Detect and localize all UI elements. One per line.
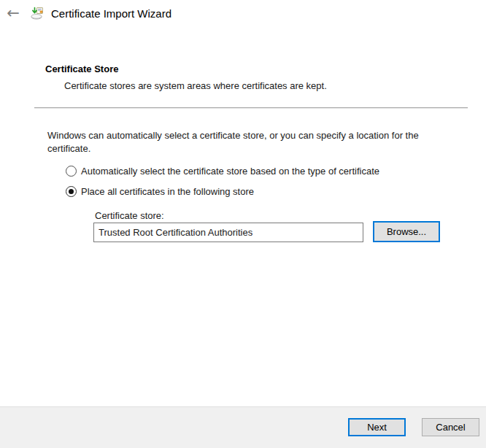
radio-button-icon[interactable] xyxy=(66,186,77,197)
certificate-store-input[interactable] xyxy=(93,223,363,242)
radio-option-label: Place all certificates in the following … xyxy=(81,186,254,197)
radio-button-icon[interactable] xyxy=(66,166,77,177)
browse-button[interactable]: Browse... xyxy=(373,221,440,242)
footer-bar xyxy=(0,406,486,448)
header-divider xyxy=(34,107,468,109)
cancel-button[interactable]: Cancel xyxy=(422,418,479,436)
page-description: Certificate stores are system areas wher… xyxy=(64,80,327,91)
radio-option-auto-select[interactable]: Automatically select the certificate sto… xyxy=(66,165,379,177)
window-title: Certificate Import Wizard xyxy=(51,7,171,20)
next-button[interactable]: Next xyxy=(348,418,406,436)
radio-option-place-in-store[interactable]: Place all certificates in the following … xyxy=(66,185,254,197)
radio-option-label: Automatically select the certificate sto… xyxy=(81,166,379,177)
page-heading: Certificate Store xyxy=(45,63,118,74)
certificate-import-icon xyxy=(31,7,44,20)
back-arrow-icon: ← xyxy=(7,4,20,22)
certificate-store-label: Certificate store: xyxy=(95,210,164,221)
intro-text: Windows can automatically select a certi… xyxy=(47,129,447,155)
back-button[interactable]: ← xyxy=(4,4,23,23)
certificate-import-wizard-window: ← Certificate Import Wizard Certificate … xyxy=(0,0,486,448)
